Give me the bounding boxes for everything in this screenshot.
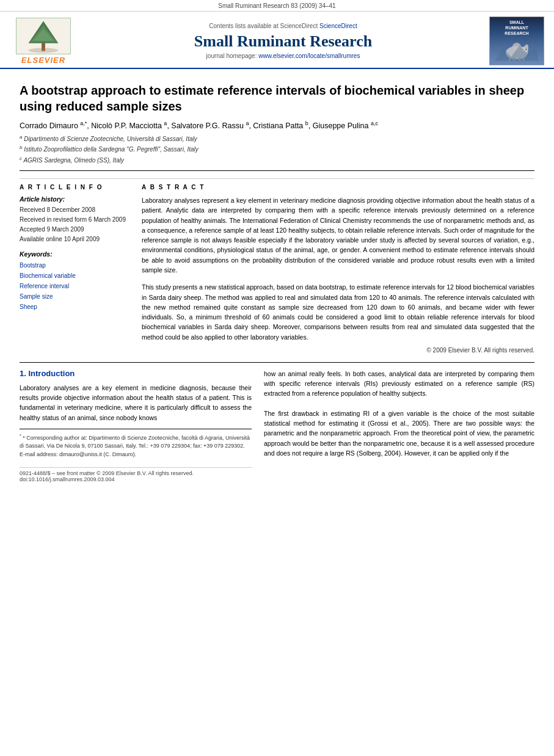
keyword-4: Sheep [20, 302, 129, 312]
intro-number: 1. [20, 369, 26, 378]
affiliations: a Dipartimento di Scienze Zootecniche, U… [20, 134, 534, 165]
elsevier-logo: ELSEVIER [10, 18, 77, 65]
cover-text: SMALLRUMINANTRESEARCH [505, 20, 528, 36]
footnote-area: * * Corresponding author at: Dipartiment… [20, 429, 252, 459]
homepage-label: journal homepage: [206, 53, 257, 59]
svg-point-13 [525, 45, 528, 49]
article-body: A bootstrap approach to estimate referen… [0, 69, 554, 489]
article-info-column: A R T I C L E I N F O Article history: R… [20, 184, 129, 354]
homepage-url[interactable]: www.elsevier.com/locate/smallrumres [258, 53, 360, 59]
elsevier-tree-image [16, 18, 71, 54]
journal-main-title: Small Ruminant Research [83, 32, 483, 51]
bottom-text-1: 0921-4488/$ – see front matter © 2009 El… [20, 470, 252, 476]
contents-line: Contents lists available at ScienceDirec… [83, 23, 483, 29]
journal-homepage: journal homepage: www.elsevier.com/locat… [83, 53, 483, 59]
article-main-title: A bootstrap approach to estimate referen… [20, 82, 534, 114]
keyword-0: Bootstrap [20, 260, 129, 271]
abstract-paragraph-1: Laboratory analyses represent a key elem… [142, 195, 534, 275]
intro-left-text: Laboratory analyses are a key element in… [20, 383, 252, 423]
svg-point-5 [29, 48, 59, 53]
abstract-header: A B S T R A C T [142, 184, 534, 191]
journal-cover-image: SMALLRUMINANTRESEARCH [489, 16, 544, 65]
elsevier-brand-text: ELSEVIER [21, 56, 65, 65]
intro-title: Introduction [28, 369, 75, 378]
bottom-text-2: doi:10.1016/j.smallrumres.2009.03.004 [20, 476, 252, 482]
citation-bar: Small Ruminant Research 83 (2009) 34–41 [0, 0, 554, 12]
abstract-paragraph-2: This study presents a new statistical ap… [142, 282, 534, 342]
intro-right-text: how an animal really feels. In both case… [264, 369, 534, 458]
footnote-email: E-mail address: dimauro@uniss.it (C. Dim… [20, 451, 252, 459]
article-history: Article history: Received 8 December 200… [20, 195, 129, 244]
keyword-2: Reference interval [20, 281, 129, 291]
affiliation-b: b Istituto Zooprofilattico della Sardegn… [20, 144, 534, 154]
article-info-abstract-section: A R T I C L E I N F O Article history: R… [20, 178, 534, 354]
page-container: Small Ruminant Research 83 (2009) 34–41 … [0, 0, 554, 756]
introduction-section: 1. Introduction Laboratory analyses are … [20, 369, 534, 483]
bottom-bar: 0921-4488/$ – see front matter © 2009 El… [20, 467, 252, 482]
history-item-0: Received 8 December 2008 [20, 205, 129, 215]
svg-point-14 [525, 49, 527, 50]
keyword-1: Biochemical variable [20, 271, 129, 281]
intro-left-column: 1. Introduction Laboratory analyses are … [20, 369, 252, 483]
affiliation-c: c AGRIS Sardegna, Olmedo (SS), Italy [20, 155, 534, 165]
section-divider [20, 362, 534, 363]
journal-header: ELSEVIER Contents lists available at Sci… [0, 12, 554, 69]
sciencedirect-link[interactable]: ScienceDirect [319, 23, 357, 29]
journal-title-center: Contents lists available at ScienceDirec… [77, 23, 489, 59]
article-info-header: A R T I C L E I N F O [20, 184, 129, 191]
keyword-3: Sample size [20, 291, 129, 302]
article-history-title: Article history: [20, 195, 129, 203]
intro-heading: 1. Introduction [20, 369, 252, 378]
intro-right-column: how an animal really feels. In both case… [264, 369, 534, 483]
footnote-star: * * Corresponding author at: Dipartiment… [20, 433, 252, 451]
citation-text: Small Ruminant Research 83 (2009) 34–41 [218, 2, 335, 9]
contents-label: Contents lists available at ScienceDirec… [209, 23, 318, 29]
abstract-column: A B S T R A C T Laboratory analyses repr… [142, 184, 534, 354]
history-item-1: Received in revised form 6 March 2009 [20, 215, 129, 225]
affiliation-a: a Dipartimento di Scienze Zootecniche, U… [20, 134, 534, 144]
copyright-text: © 2009 Elsevier B.V. All rights reserved… [142, 347, 534, 354]
article-title-section: A bootstrap approach to estimate referen… [20, 75, 534, 171]
keywords-title: Keywords: [20, 250, 129, 258]
keywords-section: Keywords: Bootstrap Biochemical variable… [20, 250, 129, 312]
history-item-2: Accepted 9 March 2009 [20, 225, 129, 234]
authors-line: Corrado Dimauro a,*, Nicolò P.P. Macciot… [20, 120, 534, 130]
history-item-3: Available online 10 April 2009 [20, 234, 129, 244]
